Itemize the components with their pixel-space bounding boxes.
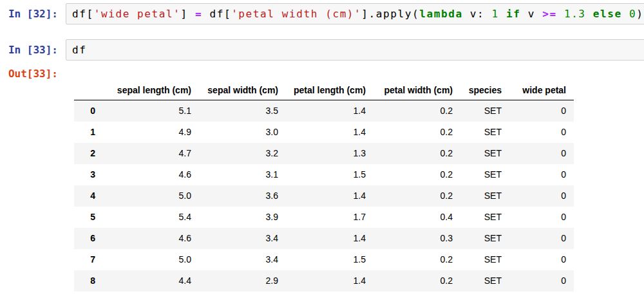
table-cell: 1.3: [286, 143, 374, 164]
code-token-plain: ): [636, 8, 643, 20]
table-cell: 0: [509, 228, 574, 249]
code-token-plain: v: [521, 8, 543, 20]
table-cell: SET: [460, 100, 509, 122]
table-cell: 3.0: [199, 122, 286, 143]
column-header: petal width (cm): [374, 82, 460, 100]
code-token-number: 0: [629, 8, 636, 20]
table-cell: 0.2: [374, 122, 460, 143]
table-row: 45.03.61.40.2SET0: [74, 185, 574, 207]
column-header: species: [460, 82, 509, 100]
table-cell: 0.2: [374, 143, 460, 164]
column-header: wide petal: [509, 82, 574, 100]
code-token-plain: [586, 8, 593, 20]
row-index: 1: [74, 122, 103, 143]
dataframe-table: sepal length (cm)sepal width (cm)petal l…: [74, 82, 574, 292]
table-cell: 2.9: [199, 270, 286, 292]
table-cell: 0.4: [374, 207, 460, 228]
code-token-plain: ].apply(: [361, 8, 419, 20]
code-token-plain: df[: [72, 8, 94, 20]
code-token-plain: v:: [463, 8, 492, 20]
table-cell: 0: [509, 164, 574, 185]
code-token-keyword: if: [506, 8, 520, 20]
table-row: 24.73.21.30.2SET0: [74, 143, 574, 164]
row-index: 5: [74, 207, 103, 228]
code-token-plain: df: [72, 44, 86, 56]
code-token-operator: =: [195, 8, 202, 20]
table-cell: 3.4: [199, 249, 286, 270]
code-input-32[interactable]: df['wide petal'] = df['petal width (cm)'…: [66, 3, 644, 24]
table-cell: 0: [509, 185, 574, 207]
table-cell: 3.5: [199, 100, 286, 122]
table-cell: 0.2: [374, 185, 460, 207]
table-cell: 4.6: [103, 228, 199, 249]
code-token-keyword: lambda: [419, 8, 462, 20]
table-cell: SET: [460, 122, 509, 143]
table-cell: 1.4: [286, 228, 374, 249]
table-cell: 1.4: [286, 122, 374, 143]
table-cell: SET: [460, 270, 509, 292]
table-cell: 3.2: [199, 143, 286, 164]
table-cell: SET: [460, 164, 509, 185]
code-token-operator: >=: [542, 8, 556, 20]
table-cell: 0: [509, 100, 574, 122]
column-header: sepal width (cm): [199, 82, 286, 100]
table-cell: 4.4: [103, 270, 199, 292]
table-cell: 0.2: [374, 270, 460, 292]
table-cell: 1.5: [286, 164, 374, 185]
table-cell: 0: [509, 249, 574, 270]
code-line-33: df: [72, 44, 644, 56]
code-token-plain: [499, 8, 506, 20]
code-token-keyword: else: [593, 8, 622, 20]
column-header: sepal length (cm): [103, 82, 199, 100]
table-row: 84.42.91.40.2SET0: [74, 270, 574, 292]
table-cell: 3.9: [199, 207, 286, 228]
table-cell: 3.1: [199, 164, 286, 185]
table-cell: SET: [460, 185, 509, 207]
table-cell: 4.7: [103, 143, 199, 164]
code-token-string: 'petal width (cm)': [231, 8, 361, 20]
table-cell: 0: [509, 207, 574, 228]
table-cell: 0.2: [374, 164, 460, 185]
dataframe-output: sepal length (cm)sepal width (cm)petal l…: [74, 82, 644, 292]
table-cell: 1.4: [286, 185, 374, 207]
table-cell: 0: [509, 143, 574, 164]
table-cell: 5.0: [103, 249, 199, 270]
row-index: 6: [74, 228, 103, 249]
column-header: petal length (cm): [286, 82, 374, 100]
code-token-string: 'wide petal': [94, 8, 181, 20]
row-index: 0: [74, 100, 103, 122]
code-cell-32: In [32]: df['wide petal'] = df['petal wi…: [0, 3, 644, 24]
table-cell: 4.9: [103, 122, 199, 143]
table-cell: SET: [460, 228, 509, 249]
table-row: 05.13.51.40.2SET0: [74, 100, 574, 122]
table-cell: SET: [460, 143, 509, 164]
table-cell: 0.2: [374, 249, 460, 270]
table-cell: 0.2: [374, 100, 460, 122]
code-line-32: df['wide petal'] = df['petal width (cm)'…: [72, 8, 644, 20]
code-input-33[interactable]: df: [66, 39, 644, 61]
table-cell: 1.7: [286, 207, 374, 228]
table-header-row: sepal length (cm)sepal width (cm)petal l…: [74, 82, 574, 100]
code-token-plain: [557, 8, 564, 20]
code-token-plain: [622, 8, 629, 20]
code-cell-33: In [33]: df: [0, 39, 644, 61]
table-cell: SET: [460, 207, 509, 228]
table-cell: 1.4: [286, 100, 374, 122]
table-cell: 5.0: [103, 185, 199, 207]
code-token-number: 1.3: [564, 8, 586, 20]
output-cell-33: Out[33]: sepal length (cm)sepal width (c…: [0, 63, 644, 292]
table-cell: 5.1: [103, 100, 199, 122]
code-token-plain: df[: [202, 8, 231, 20]
table-cell: 5.4: [103, 207, 199, 228]
code-token-number: 1: [492, 8, 499, 20]
table-row: 64.63.41.40.3SET0: [74, 228, 574, 249]
table-cell: 4.6: [103, 164, 199, 185]
table-cell: 1.4: [286, 270, 374, 292]
row-index: 8: [74, 270, 103, 292]
output-prompt-33: Out[33]:: [0, 63, 66, 292]
table-cell: 1.5: [286, 249, 374, 270]
table-cell: SET: [460, 249, 509, 270]
input-prompt-33: In [33]:: [0, 39, 66, 61]
table-cell: 0.3: [374, 228, 460, 249]
input-prompt-32: In [32]:: [0, 3, 66, 24]
